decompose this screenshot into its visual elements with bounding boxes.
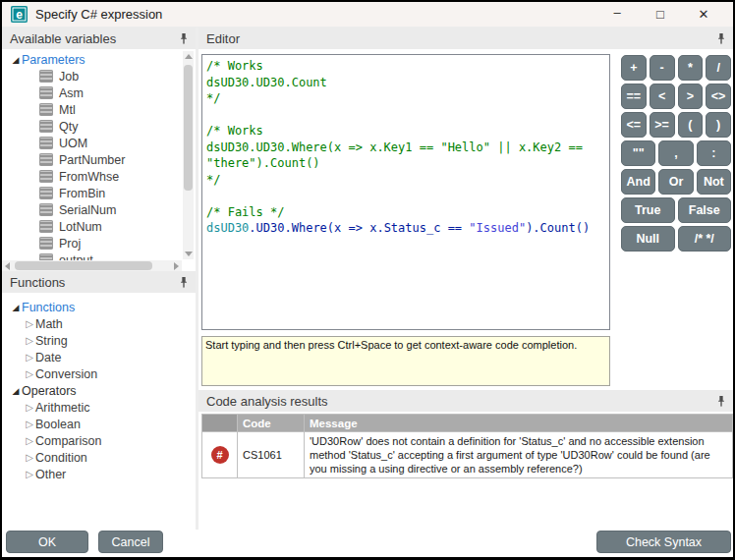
- calc-button-not[interactable]: Not: [697, 169, 731, 195]
- parameter-icon: [39, 120, 53, 133]
- calc-button-item[interactable]: *: [678, 55, 704, 81]
- scrollbar-thumb[interactable]: [15, 261, 152, 270]
- calc-button-item[interactable]: ==: [621, 84, 647, 109]
- tree-item-label: String: [35, 334, 68, 348]
- calc-button-true[interactable]: True: [621, 197, 675, 223]
- tree-item-label: FromBin: [59, 187, 105, 200]
- tree-item-uom[interactable]: UOM: [2, 135, 182, 151]
- pin-icon[interactable]: [177, 275, 190, 289]
- calc-button-null[interactable]: Null: [621, 226, 675, 252]
- dialog-window: e Specify C# expression – □ ✕ Available …: [0, 0, 735, 560]
- tree-item-label: Arithmetic: [35, 401, 90, 415]
- calc-button-item[interactable]: >: [678, 84, 704, 109]
- message-column-header: Message: [305, 415, 733, 432]
- pin-icon[interactable]: [714, 394, 727, 408]
- collapsed-triangle-icon: ▷: [24, 335, 35, 346]
- tree-item-proj[interactable]: Proj: [2, 235, 182, 252]
- scroll-down-icon[interactable]: [185, 252, 193, 256]
- maximize-button[interactable]: □: [639, 3, 682, 27]
- tree-item-operators[interactable]: ◢Operators: [2, 382, 196, 399]
- calc-button-item[interactable]: ): [706, 112, 731, 138]
- scroll-right-icon[interactable]: [174, 262, 179, 270]
- calc-button-item[interactable]: "": [621, 140, 655, 166]
- calc-button-item[interactable]: <=: [621, 112, 647, 138]
- tree-item-output[interactable]: output: [2, 252, 182, 260]
- tree-item-label: Asm: [59, 86, 84, 100]
- keypad-row: ==<><>: [621, 84, 731, 109]
- tree-item-parameters[interactable]: ◢Parameters: [2, 51, 182, 68]
- calc-button-or[interactable]: Or: [658, 169, 693, 195]
- minimize-button[interactable]: –: [595, 3, 639, 27]
- tree-item-label: SerialNum: [59, 203, 116, 217]
- parameter-icon: [39, 253, 53, 260]
- cancel-button[interactable]: Cancel: [98, 531, 163, 553]
- code-line: "there").Count(): [206, 155, 605, 172]
- tree-item-qty[interactable]: Qty: [2, 118, 182, 135]
- tree-item-condition[interactable]: ▷Condition: [2, 449, 196, 466]
- scrollbar-thumb[interactable]: [184, 65, 193, 191]
- functions-panel-header: Functions: [2, 271, 196, 293]
- tree-item-frombin[interactable]: FromBin: [2, 185, 182, 201]
- tree-item-string[interactable]: ▷String: [2, 332, 196, 349]
- tree-item-lotnum[interactable]: LotNum: [2, 218, 182, 235]
- tree-item-fromwhse[interactable]: FromWhse: [2, 168, 182, 185]
- calc-button-item[interactable]: +: [621, 55, 647, 81]
- ok-button[interactable]: OK: [6, 531, 88, 553]
- code-token: dsUD30.UD30.Where(x => x.Key1 == "Hello"…: [206, 140, 583, 154]
- keypad-row: <=>=(): [621, 112, 731, 138]
- expanded-triangle-icon: ◢: [10, 55, 22, 65]
- tree-item-label: Job: [59, 70, 79, 84]
- tree-item-math[interactable]: ▷Math: [2, 315, 196, 332]
- calc-button-item[interactable]: <>: [706, 84, 731, 109]
- variables-vertical-scrollbar[interactable]: [183, 51, 194, 259]
- collapsed-triangle-icon: ▷: [24, 368, 35, 379]
- calc-button-false[interactable]: False: [678, 197, 732, 223]
- calc-button-item[interactable]: /: [706, 55, 731, 81]
- tree-item-boolean[interactable]: ▷Boolean: [2, 416, 196, 432]
- keypad-row: Null/* */: [621, 226, 731, 252]
- code-line: dsUD30.UD30.Where(x => x.Key1 == "Hello"…: [206, 140, 605, 156]
- calc-button-item[interactable]: :: [697, 140, 731, 166]
- tree-item-arithmetic[interactable]: ▷Arithmetic: [2, 399, 196, 416]
- calc-button-item[interactable]: -: [650, 55, 675, 81]
- tree-item-partnumber[interactable]: PartNumber: [2, 151, 182, 168]
- table-row[interactable]: # CS1061 'UD30Row' does not contain a de…: [202, 432, 733, 478]
- code-token: "there").Count(): [206, 156, 320, 170]
- tree-item-label: Math: [35, 317, 63, 331]
- tree-item-conversion[interactable]: ▷Conversion: [2, 365, 196, 382]
- analysis-panel-header: Code analysis results: [198, 390, 733, 412]
- calc-button-and[interactable]: And: [621, 169, 655, 195]
- scroll-up-icon[interactable]: [185, 54, 193, 59]
- variables-tree: ◢ParametersJobAsmMtlQtyUOMPartNumberFrom…: [2, 49, 196, 271]
- tree-item-label: Other: [35, 468, 66, 481]
- tree-item-label: PartNumber: [59, 153, 125, 167]
- variables-horizontal-scrollbar[interactable]: [2, 260, 182, 271]
- tree-item-comparison[interactable]: ▷Comparison: [2, 432, 196, 449]
- code-token: "Issued": [469, 221, 526, 235]
- table-header-row: Code Message: [202, 415, 733, 432]
- expanded-triangle-icon: ◢: [10, 386, 22, 396]
- tree-item-asm[interactable]: Asm: [2, 84, 182, 101]
- tree-item-other[interactable]: ▷Other: [2, 466, 196, 482]
- tree-item-mtl[interactable]: Mtl: [2, 101, 182, 118]
- calc-button-item[interactable]: ,: [658, 140, 693, 166]
- tree-item-label: Conversion: [35, 367, 97, 381]
- calc-button-item[interactable]: (: [678, 112, 704, 138]
- code-line: /* Fails */: [206, 204, 605, 221]
- parameter-icon: [39, 86, 53, 99]
- calc-button-item[interactable]: /* */: [678, 226, 732, 252]
- scroll-left-icon[interactable]: [5, 262, 10, 270]
- close-button[interactable]: ✕: [682, 3, 725, 27]
- tree-item-serialnum[interactable]: SerialNum: [2, 201, 182, 218]
- code-editor-input[interactable]: /* WorksdsUD30.UD30.Count*/ /* WorksdsUD…: [201, 54, 610, 330]
- tree-item-date[interactable]: ▷Date: [2, 349, 196, 365]
- tree-item-label: output: [59, 253, 93, 261]
- parameter-icon: [39, 187, 53, 199]
- calc-button-item[interactable]: <: [650, 84, 675, 109]
- calc-button-item[interactable]: >=: [650, 112, 675, 138]
- check-syntax-button[interactable]: Check Syntax: [596, 531, 731, 553]
- pin-icon[interactable]: [714, 31, 727, 45]
- pin-icon[interactable]: [177, 31, 190, 45]
- tree-item-job[interactable]: Job: [2, 68, 182, 84]
- tree-item-functions[interactable]: ◢Functions: [2, 299, 196, 315]
